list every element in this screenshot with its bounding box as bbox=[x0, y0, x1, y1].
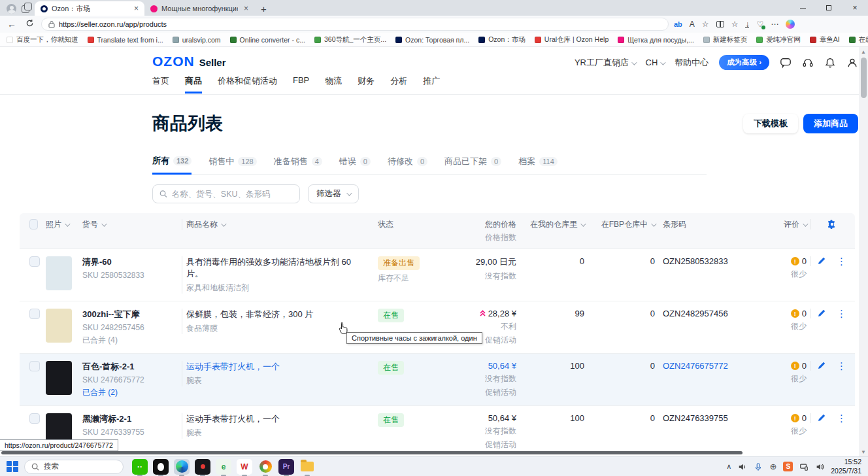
browser-tab-active[interactable]: Ozon：市场 × bbox=[35, 1, 144, 16]
kms-tool-icon[interactable]: ⊕ bbox=[769, 462, 776, 471]
sogou-input-icon[interactable]: S bbox=[783, 462, 793, 471]
font-size-icon[interactable]: A bbox=[690, 20, 695, 29]
tab-archive[interactable]: 档案114 bbox=[518, 155, 558, 174]
row-menu-icon[interactable]: ⋮ bbox=[837, 361, 846, 371]
barcode-link[interactable]: OZN2476675772 bbox=[663, 361, 728, 371]
col-fbp[interactable]: 在FBP仓库中 bbox=[588, 219, 659, 230]
col-stock[interactable]: 在我的仓库里 bbox=[520, 219, 588, 230]
product-name[interactable]: 保鲜膜，包装，非常经济，300 片 bbox=[186, 309, 370, 320]
product-art[interactable]: 清界-60 bbox=[82, 256, 178, 268]
product-name[interactable]: 具有消毒作用的强效多功能清洁地板片剂 60 片。 bbox=[186, 256, 370, 280]
minimize-button[interactable] bbox=[790, 0, 816, 16]
new-tab-button[interactable]: + bbox=[254, 3, 273, 16]
row-menu-icon[interactable]: ⋮ bbox=[837, 413, 846, 423]
merged-link[interactable]: 已合并 (2) bbox=[82, 387, 178, 398]
bookmark-item[interactable]: 百度一下，你就知道 bbox=[7, 35, 78, 44]
scroll-up-icon[interactable]: ▲ bbox=[859, 47, 868, 56]
close-button[interactable]: × bbox=[842, 0, 868, 16]
product-name[interactable]: 运动手表带打火机，一个 bbox=[186, 413, 370, 425]
nav-home[interactable]: 首页 bbox=[152, 75, 169, 94]
row-checkbox[interactable] bbox=[29, 413, 40, 424]
split-screen-icon[interactable] bbox=[716, 21, 724, 27]
vertical-scrollbar[interactable]: ▲ ▼ bbox=[859, 47, 868, 456]
wechat-icon[interactable]: ·· bbox=[132, 459, 148, 475]
settings-menu-icon[interactable]: ⋯ bbox=[771, 20, 778, 29]
product-art[interactable]: 300zhi--宝下摩 bbox=[82, 309, 178, 320]
help-center-link[interactable]: 帮助中心 bbox=[675, 57, 709, 69]
col-name[interactable]: 商品名称 bbox=[182, 219, 374, 230]
tab-unlisted[interactable]: 商品已下架0 bbox=[444, 155, 501, 174]
nav-logistics[interactable]: 物流 bbox=[325, 75, 342, 94]
edit-icon[interactable] bbox=[817, 309, 826, 318]
bookmark-item[interactable]: 在线转换器 - 免费... bbox=[849, 35, 868, 44]
bookmark-item[interactable]: Ural仓库 | Ozon Help bbox=[535, 35, 609, 44]
volume-icon[interactable] bbox=[738, 462, 747, 471]
browser-profile-icon[interactable] bbox=[7, 4, 16, 14]
horizontal-scrollbar[interactable] bbox=[1, 451, 743, 454]
bookmark-item[interactable]: 新建标签页 bbox=[703, 35, 748, 44]
bookmark-item[interactable]: 章鱼AI bbox=[810, 35, 840, 44]
gear-icon[interactable] bbox=[827, 219, 837, 230]
bookmark-item[interactable]: 爱纯净官网 bbox=[756, 35, 801, 44]
edge-icon[interactable] bbox=[174, 459, 190, 475]
product-search[interactable] bbox=[152, 184, 300, 203]
copilot-icon[interactable] bbox=[786, 20, 795, 29]
microphone-icon[interactable] bbox=[754, 462, 763, 471]
color-wheel-icon[interactable] bbox=[258, 459, 273, 475]
bookmark-item[interactable]: 360导航_一个主页... bbox=[314, 35, 386, 44]
back-icon[interactable]: ← bbox=[5, 19, 18, 29]
scrollbar-thumb[interactable] bbox=[861, 58, 867, 98]
translate-icon[interactable]: ab bbox=[674, 20, 682, 28]
edit-icon[interactable] bbox=[817, 361, 826, 370]
col-art[interactable]: 货号 bbox=[78, 219, 182, 230]
row-checkbox[interactable] bbox=[29, 256, 40, 267]
cast-device-icon[interactable] bbox=[799, 462, 809, 471]
bookmark-item[interactable]: Translate text from i... bbox=[88, 36, 163, 44]
bookmark-item[interactable]: Щетка для посуды,... bbox=[618, 36, 694, 44]
tab-all[interactable]: 所有132 bbox=[152, 155, 192, 175]
product-art[interactable]: 黑濑湾标-2-1 bbox=[82, 413, 178, 425]
col-rating[interactable]: 评价 bbox=[770, 219, 810, 230]
edit-icon[interactable] bbox=[817, 413, 826, 422]
wps-icon[interactable]: W bbox=[237, 459, 252, 475]
row-checkbox[interactable] bbox=[29, 361, 40, 371]
download-template-button[interactable]: 下载模板 bbox=[743, 114, 798, 133]
start-button[interactable] bbox=[7, 461, 18, 473]
ozon-logo[interactable]: OZON bbox=[152, 54, 195, 69]
row-menu-icon[interactable]: ⋮ bbox=[837, 309, 846, 318]
col-photo[interactable]: 照片 bbox=[42, 219, 78, 230]
select-all-checkbox[interactable] bbox=[29, 219, 38, 230]
tab-close-icon[interactable]: × bbox=[242, 4, 250, 13]
tab-selling[interactable]: 销售中128 bbox=[209, 155, 256, 174]
chat-icon[interactable] bbox=[780, 57, 792, 69]
tab-close-icon[interactable]: × bbox=[132, 4, 141, 13]
nav-products[interactable]: 商品 bbox=[185, 75, 202, 94]
tab-groups-icon[interactable] bbox=[22, 5, 29, 13]
add-product-button[interactable]: 添加商品 bbox=[803, 114, 858, 133]
tab-to-fix[interactable]: 待修改0 bbox=[388, 155, 427, 174]
premiere-icon[interactable]: Pr bbox=[278, 459, 294, 475]
price-value[interactable]: 50,64 ¥ bbox=[488, 361, 516, 371]
merged-link[interactable]: 已合并 (4) bbox=[82, 335, 178, 346]
taskbar-clock[interactable]: 15:52 2025/7/31 bbox=[831, 458, 861, 475]
product-thumbnail[interactable] bbox=[46, 256, 72, 290]
account-icon[interactable] bbox=[846, 57, 858, 69]
tray-expand-icon[interactable]: ∧ bbox=[726, 462, 731, 471]
row-menu-icon[interactable]: ⋮ bbox=[837, 256, 846, 266]
become-premium-button[interactable]: 成为高级 › bbox=[719, 55, 769, 70]
tab-ready[interactable]: 准备销售4 bbox=[274, 155, 322, 174]
taskbar-search[interactable]: 搜索 bbox=[24, 460, 124, 474]
bookmark-item[interactable]: Ozon: Торговая пл... bbox=[395, 36, 469, 44]
tray-volume-icon[interactable] bbox=[815, 462, 824, 471]
file-explorer-icon[interactable] bbox=[299, 459, 315, 475]
store-selector[interactable]: YR工厂直销店 bbox=[575, 57, 635, 69]
headset-icon[interactable] bbox=[802, 57, 814, 69]
nav-promotion[interactable]: 推广 bbox=[423, 75, 440, 94]
scroll-down-icon[interactable]: ▼ bbox=[859, 447, 868, 456]
row-checkbox[interactable] bbox=[29, 309, 40, 319]
search-input[interactable] bbox=[172, 190, 293, 199]
nav-prices-promos[interactable]: 价格和促销活动 bbox=[218, 75, 277, 94]
bookmark-item[interactable]: Ozon：市场 bbox=[478, 35, 526, 44]
product-name-link[interactable]: 运动手表带打火机，一个 bbox=[186, 361, 370, 373]
favorite-star-icon[interactable]: ☆ bbox=[702, 20, 709, 29]
